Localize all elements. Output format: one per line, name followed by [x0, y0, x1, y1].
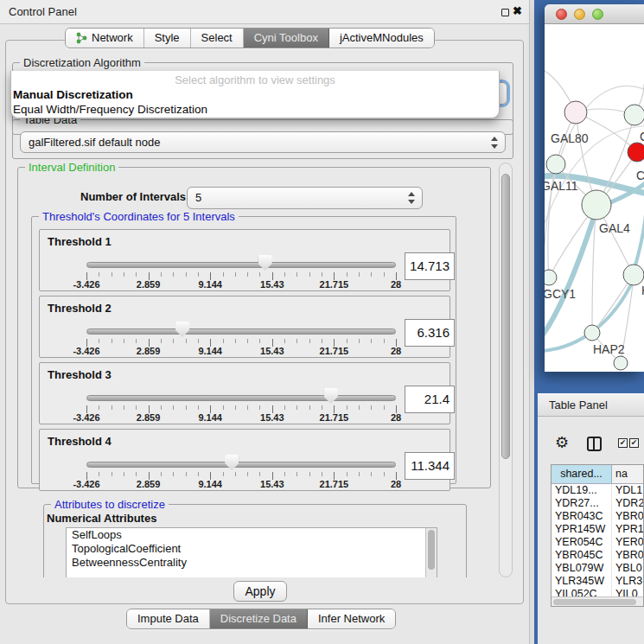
attribute-list-item[interactable]: SelfLoops [67, 528, 437, 542]
attributes-to-discretize-group: Attributes to discretize Numerical Attri… [43, 504, 467, 577]
table-row[interactable]: YLR345WYLR3 [552, 575, 643, 588]
table-row[interactable]: YDL19...YDL1 [552, 484, 643, 497]
slider-track[interactable] [86, 328, 396, 335]
tab-network[interactable]: Network [66, 29, 144, 48]
network-node[interactable] [545, 270, 557, 285]
close-traffic-light[interactable] [556, 9, 567, 20]
table-cell[interactable]: YDR2 [612, 497, 643, 510]
tab-label: Style [155, 29, 180, 48]
tab-select[interactable]: Select [191, 29, 244, 48]
table-cell[interactable]: YDL1 [612, 484, 643, 497]
network-node[interactable] [546, 155, 565, 174]
tab-impute-data[interactable]: Impute Data [127, 609, 210, 628]
table-cell[interactable]: YBL079W [552, 562, 612, 575]
checkbox-icon[interactable]: ✔ [629, 438, 639, 448]
network-node[interactable] [584, 325, 600, 341]
attribute-list-item[interactable]: TopologicalCoefficient [67, 542, 437, 556]
table-cell[interactable]: YPR145W [552, 523, 612, 536]
table-row[interactable]: YBR045CYBR0 [552, 549, 643, 562]
table-panel: Table Panel ⚙ ✔ ✔ shared... na YDL19...Y… [538, 393, 644, 644]
tick-label: 9.144 [198, 346, 222, 356]
attribute-list-item[interactable]: BetweennessCentrality [67, 556, 437, 570]
threshold-value-field[interactable]: 11.344 [405, 452, 455, 480]
slider-track[interactable] [86, 462, 396, 468]
number-of-intervals-combobox[interactable]: 5 [187, 187, 423, 209]
slider-thumb[interactable] [258, 255, 272, 271]
control-panel: Control Panel ✖ Network Style Select Cyn… [0, 0, 529, 644]
threshold-label: Threshold 1 [48, 235, 112, 248]
table-cell[interactable]: YBR043C [552, 510, 612, 523]
table-cell[interactable]: YBR0 [612, 549, 643, 562]
network-node[interactable] [582, 190, 611, 220]
tab-cyni-toolbox[interactable]: Cyni Toolbox [244, 29, 329, 48]
settings-scrollbar[interactable] [499, 163, 513, 577]
threshold-value-field[interactable]: 14.713 [405, 252, 455, 280]
network-window-titlebar[interactable] [545, 4, 644, 24]
network-canvas[interactable]: GAL80GACGAL11GAL4GCY1HHAP2 [545, 24, 644, 372]
tick-label: 2.859 [137, 279, 161, 290]
network-node[interactable] [624, 105, 644, 125]
gear-icon[interactable]: ⚙ [555, 435, 569, 450]
slider-track[interactable] [86, 395, 396, 401]
tab-label: Cyni Toolbox [254, 29, 318, 48]
network-node[interactable] [628, 143, 644, 162]
node-label: HAP2 [593, 342, 625, 356]
column-header-name[interactable]: na [612, 465, 643, 483]
tab-jactivemnodules[interactable]: jActiveMNodules [329, 29, 434, 48]
scrollbar-thumb[interactable] [501, 174, 510, 459]
numerical-attributes-list[interactable]: SelfLoopsTopologicalCoefficientBetweenne… [66, 527, 437, 577]
table-rows: YDL19...YDL1YDR27...YDR2YBR043CYBR0YPR14… [552, 484, 643, 601]
tick-label: -3.426 [73, 279, 99, 290]
table-cell[interactable]: YBL0 [612, 562, 643, 575]
tab-style[interactable]: Style [144, 29, 191, 48]
table-cell[interactable]: YDL19... [552, 484, 612, 497]
table-cell[interactable]: YPR1 [612, 523, 643, 536]
popup-option-manual-discretization[interactable]: Manual Discretization [13, 88, 133, 101]
slider-thumb[interactable] [324, 388, 338, 404]
tab-label: jActiveMNodules [340, 29, 424, 48]
scrollbar-thumb[interactable] [553, 599, 636, 605]
table-cell[interactable]: YBR045C [552, 549, 612, 562]
network-node[interactable] [614, 356, 628, 370]
node-attribute-table[interactable]: shared... na YDL19...YDL1YDR27...YDR2YBR… [551, 464, 644, 607]
table-data-combobox[interactable]: galFiltered.sif default node [20, 131, 506, 153]
close-icon[interactable]: ✖ [513, 4, 522, 17]
table-cell[interactable]: YER054C [552, 536, 612, 549]
slider-thumb[interactable] [175, 322, 189, 337]
slider-track[interactable] [86, 262, 396, 268]
group-label: Discretization Algorithm [20, 56, 144, 69]
table-cell[interactable]: YDR27... [552, 497, 612, 510]
threshold-4-panel: Threshold 4 -3.4262.8599.14415.4321.7152… [39, 429, 450, 491]
slider-thumb[interactable] [225, 455, 239, 470]
column-header-shared-name[interactable]: shared... [552, 465, 612, 483]
table-cell[interactable]: YLR345W [552, 575, 612, 588]
tab-infer-network[interactable]: Infer Network [308, 609, 395, 628]
node-label: GCY1 [545, 287, 576, 301]
threshold-value-field[interactable]: 21.4 [405, 386, 455, 413]
float-window-icon[interactable] [501, 9, 509, 16]
table-row[interactable]: YER054CYER0 [552, 536, 643, 549]
network-node[interactable] [623, 265, 644, 285]
combo-stepper-icon [407, 191, 415, 205]
table-cell[interactable]: YLR3 [612, 575, 643, 588]
tick-labels: -3.4262.8599.14415.4321.71528 [86, 279, 396, 290]
checkbox-icon[interactable]: ✔ [618, 438, 628, 448]
table-horizontal-scrollbar[interactable] [552, 596, 643, 606]
table-row[interactable]: YBR043CYBR0 [552, 510, 643, 523]
network-node[interactable] [564, 101, 587, 124]
tick-label: 2.859 [137, 479, 161, 489]
popup-option-equal-width-frequency[interactable]: Equal Width/Frequency Discretization [13, 103, 207, 116]
table-row[interactable]: YDR27...YDR2 [552, 497, 643, 510]
minimize-traffic-light[interactable] [574, 9, 585, 20]
attributes-scrollbar[interactable] [425, 528, 437, 577]
tab-discretize-data[interactable]: Discretize Data [210, 609, 308, 628]
scrollbar-thumb[interactable] [428, 530, 435, 570]
table-cell[interactable]: YER0 [612, 536, 643, 549]
zoom-traffic-light[interactable] [592, 9, 603, 20]
table-row[interactable]: YBL079WYBL0 [552, 562, 643, 575]
table-row[interactable]: YPR145WYPR1 [552, 523, 643, 536]
apply-button[interactable]: Apply [233, 581, 287, 602]
column-layout-icon[interactable] [587, 437, 602, 451]
table-cell[interactable]: YBR0 [612, 510, 643, 523]
threshold-value-field[interactable]: 6.316 [405, 319, 455, 347]
